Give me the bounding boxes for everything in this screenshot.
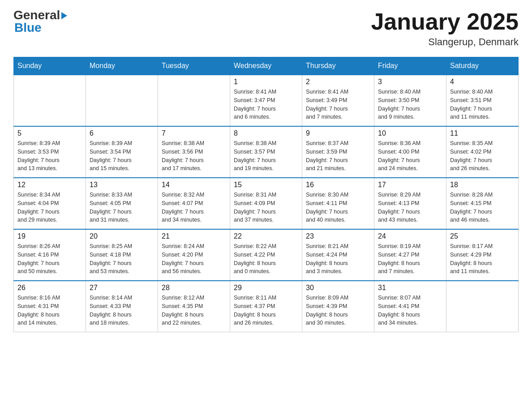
day-number: 21 — [162, 232, 226, 240]
day-number: 23 — [306, 232, 370, 240]
day-number: 27 — [90, 284, 154, 292]
day-info: Sunrise: 8:39 AMSunset: 3:53 PMDaylight:… — [17, 139, 82, 173]
day-number: 31 — [378, 284, 442, 292]
calendar-day-2: 2Sunrise: 8:41 AMSunset: 3:49 PMDaylight… — [302, 75, 374, 126]
day-info: Sunrise: 8:31 AMSunset: 4:09 PMDaylight:… — [234, 191, 298, 224]
day-info: Sunrise: 8:34 AMSunset: 4:04 PMDaylight:… — [17, 191, 82, 224]
day-info: Sunrise: 8:40 AMSunset: 3:51 PMDaylight:… — [450, 88, 515, 121]
day-number: 19 — [17, 232, 82, 240]
day-info: Sunrise: 8:11 AMSunset: 4:37 PMDaylight:… — [234, 294, 298, 327]
logo: General Blue — [13, 9, 67, 34]
day-number: 14 — [162, 181, 226, 189]
day-number: 26 — [17, 284, 82, 292]
day-info: Sunrise: 8:36 AMSunset: 4:00 PMDaylight:… — [378, 139, 442, 173]
title-section: January 2025 Slangerup, Denmark — [371, 9, 519, 48]
day-info: Sunrise: 8:39 AMSunset: 3:54 PMDaylight:… — [90, 139, 154, 173]
calendar-day-12: 12Sunrise: 8:34 AMSunset: 4:04 PMDayligh… — [14, 178, 86, 229]
column-header-sunday: Sunday — [14, 57, 86, 75]
calendar-table: SundayMondayTuesdayWednesdayThursdayFrid… — [13, 57, 519, 332]
calendar-week-row: 1Sunrise: 8:41 AMSunset: 3:47 PMDaylight… — [14, 75, 519, 126]
logo-blue-text: Blue — [14, 21, 67, 34]
calendar-empty-cell — [86, 75, 158, 126]
day-number: 4 — [450, 78, 515, 86]
calendar-day-9: 9Sunrise: 8:37 AMSunset: 3:59 PMDaylight… — [302, 126, 374, 178]
day-number: 1 — [234, 78, 298, 86]
day-info: Sunrise: 8:37 AMSunset: 3:59 PMDaylight:… — [306, 139, 370, 173]
calendar-day-22: 22Sunrise: 8:22 AMSunset: 4:22 PMDayligh… — [230, 229, 302, 281]
logo-general-text: General — [13, 9, 60, 21]
day-info: Sunrise: 8:38 AMSunset: 3:57 PMDaylight:… — [234, 139, 298, 173]
day-number: 12 — [17, 181, 82, 189]
day-number: 30 — [306, 284, 370, 292]
column-header-thursday: Thursday — [302, 57, 374, 75]
calendar-day-20: 20Sunrise: 8:25 AMSunset: 4:18 PMDayligh… — [86, 229, 158, 281]
calendar-day-13: 13Sunrise: 8:33 AMSunset: 4:05 PMDayligh… — [86, 178, 158, 229]
calendar-day-17: 17Sunrise: 8:29 AMSunset: 4:13 PMDayligh… — [374, 178, 446, 229]
day-info: Sunrise: 8:40 AMSunset: 3:50 PMDaylight:… — [378, 88, 442, 121]
day-info: Sunrise: 8:33 AMSunset: 4:05 PMDaylight:… — [90, 191, 154, 224]
calendar-day-29: 29Sunrise: 8:11 AMSunset: 4:37 PMDayligh… — [230, 281, 302, 332]
calendar-day-25: 25Sunrise: 8:17 AMSunset: 4:29 PMDayligh… — [446, 229, 519, 281]
calendar-day-11: 11Sunrise: 8:35 AMSunset: 4:02 PMDayligh… — [446, 126, 519, 178]
day-info: Sunrise: 8:38 AMSunset: 3:56 PMDaylight:… — [162, 139, 226, 173]
calendar-header-row: SundayMondayTuesdayWednesdayThursdayFrid… — [14, 57, 519, 75]
calendar-empty-cell — [446, 281, 519, 332]
day-info: Sunrise: 8:22 AMSunset: 4:22 PMDaylight:… — [234, 242, 298, 276]
day-info: Sunrise: 8:35 AMSunset: 4:02 PMDaylight:… — [450, 139, 515, 173]
day-number: 5 — [17, 129, 82, 137]
day-info: Sunrise: 8:17 AMSunset: 4:29 PMDaylight:… — [450, 242, 515, 276]
day-number: 15 — [234, 181, 298, 189]
column-header-saturday: Saturday — [446, 57, 519, 75]
day-number: 8 — [234, 129, 298, 137]
day-info: Sunrise: 8:25 AMSunset: 4:18 PMDaylight:… — [90, 242, 154, 276]
day-number: 25 — [450, 232, 515, 240]
column-header-tuesday: Tuesday — [158, 57, 230, 75]
calendar-day-28: 28Sunrise: 8:12 AMSunset: 4:35 PMDayligh… — [158, 281, 230, 332]
column-header-wednesday: Wednesday — [230, 57, 302, 75]
calendar-day-3: 3Sunrise: 8:40 AMSunset: 3:50 PMDaylight… — [374, 75, 446, 126]
calendar-day-14: 14Sunrise: 8:32 AMSunset: 4:07 PMDayligh… — [158, 178, 230, 229]
calendar-subtitle: Slangerup, Denmark — [371, 36, 519, 48]
day-number: 29 — [234, 284, 298, 292]
calendar-day-23: 23Sunrise: 8:21 AMSunset: 4:24 PMDayligh… — [302, 229, 374, 281]
day-info: Sunrise: 8:16 AMSunset: 4:31 PMDaylight:… — [17, 294, 82, 327]
day-number: 22 — [234, 232, 298, 240]
day-number: 24 — [378, 232, 442, 240]
calendar-week-row: 19Sunrise: 8:26 AMSunset: 4:16 PMDayligh… — [14, 229, 519, 281]
day-number: 9 — [306, 129, 370, 137]
calendar-day-31: 31Sunrise: 8:07 AMSunset: 4:41 PMDayligh… — [374, 281, 446, 332]
day-info: Sunrise: 8:19 AMSunset: 4:27 PMDaylight:… — [378, 242, 442, 276]
day-number: 13 — [90, 181, 154, 189]
day-info: Sunrise: 8:24 AMSunset: 4:20 PMDaylight:… — [162, 242, 226, 276]
calendar-day-26: 26Sunrise: 8:16 AMSunset: 4:31 PMDayligh… — [14, 281, 86, 332]
day-info: Sunrise: 8:21 AMSunset: 4:24 PMDaylight:… — [306, 242, 370, 276]
calendar-empty-cell — [14, 75, 86, 126]
day-number: 11 — [450, 129, 515, 137]
calendar-week-row: 12Sunrise: 8:34 AMSunset: 4:04 PMDayligh… — [14, 178, 519, 229]
day-number: 7 — [162, 129, 226, 137]
day-number: 16 — [306, 181, 370, 189]
calendar-day-5: 5Sunrise: 8:39 AMSunset: 3:53 PMDaylight… — [14, 126, 86, 178]
day-info: Sunrise: 8:41 AMSunset: 3:47 PMDaylight:… — [234, 88, 298, 121]
day-info: Sunrise: 8:41 AMSunset: 3:49 PMDaylight:… — [306, 88, 370, 121]
day-info: Sunrise: 8:32 AMSunset: 4:07 PMDaylight:… — [162, 191, 226, 224]
day-number: 3 — [378, 78, 442, 86]
calendar-empty-cell — [158, 75, 230, 126]
calendar-day-8: 8Sunrise: 8:38 AMSunset: 3:57 PMDaylight… — [230, 126, 302, 178]
calendar-day-21: 21Sunrise: 8:24 AMSunset: 4:20 PMDayligh… — [158, 229, 230, 281]
calendar-day-6: 6Sunrise: 8:39 AMSunset: 3:54 PMDaylight… — [86, 126, 158, 178]
day-info: Sunrise: 8:29 AMSunset: 4:13 PMDaylight:… — [378, 191, 442, 224]
calendar-day-10: 10Sunrise: 8:36 AMSunset: 4:00 PMDayligh… — [374, 126, 446, 178]
day-number: 28 — [162, 284, 226, 292]
day-number: 10 — [378, 129, 442, 137]
day-info: Sunrise: 8:26 AMSunset: 4:16 PMDaylight:… — [17, 242, 82, 276]
day-info: Sunrise: 8:12 AMSunset: 4:35 PMDaylight:… — [162, 294, 226, 327]
calendar-day-24: 24Sunrise: 8:19 AMSunset: 4:27 PMDayligh… — [374, 229, 446, 281]
calendar-week-row: 5Sunrise: 8:39 AMSunset: 3:53 PMDaylight… — [14, 126, 519, 178]
calendar-title: January 2025 — [371, 9, 519, 34]
calendar-day-1: 1Sunrise: 8:41 AMSunset: 3:47 PMDaylight… — [230, 75, 302, 126]
column-header-monday: Monday — [86, 57, 158, 75]
calendar-day-7: 7Sunrise: 8:38 AMSunset: 3:56 PMDaylight… — [158, 126, 230, 178]
page-header: General Blue January 2025 Slangerup, Den… — [13, 9, 519, 48]
day-info: Sunrise: 8:14 AMSunset: 4:33 PMDaylight:… — [90, 294, 154, 327]
